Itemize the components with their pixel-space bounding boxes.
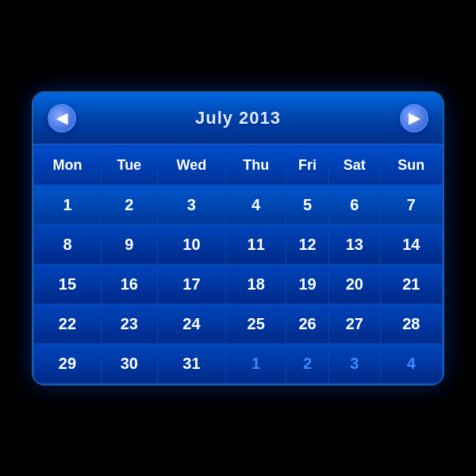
calendar-body: 1234567891011121314151617181920212223242… xyxy=(34,185,443,383)
calendar-day[interactable]: 20 xyxy=(328,264,380,304)
calendar-day[interactable]: 1 xyxy=(226,344,286,383)
calendar-day[interactable]: 6 xyxy=(328,185,380,225)
prev-month-button[interactable]: ◀ xyxy=(48,104,76,132)
calendar-weekdays: MonTueWedThuFriSatSun xyxy=(34,145,443,185)
calendar-day[interactable]: 9 xyxy=(101,225,157,264)
calendar-day[interactable]: 4 xyxy=(380,344,442,383)
calendar-day[interactable]: 11 xyxy=(226,225,286,264)
calendar-day[interactable]: 26 xyxy=(286,304,329,344)
calendar-grid: MonTueWedThuFriSatSun 123456789101112131… xyxy=(33,145,443,384)
month-title: July 2013 xyxy=(195,108,281,129)
calendar-day[interactable]: 22 xyxy=(34,304,102,344)
weekday-header: Wed xyxy=(157,145,225,185)
calendar-day[interactable]: 2 xyxy=(286,344,329,383)
calendar-day[interactable]: 14 xyxy=(380,225,442,264)
calendar-day[interactable]: 13 xyxy=(328,225,380,264)
calendar-day[interactable]: 3 xyxy=(328,344,380,383)
calendar-day[interactable]: 3 xyxy=(157,185,225,225)
calendar-week-row: 15161718192021 xyxy=(34,264,443,304)
weekday-header: Tue xyxy=(101,145,157,185)
calendar-day[interactable]: 25 xyxy=(226,304,286,344)
calendar-day[interactable]: 8 xyxy=(34,225,102,264)
calendar-header: ◀ July 2013 ▶ xyxy=(33,93,443,145)
calendar-day[interactable]: 2 xyxy=(101,185,157,225)
calendar-day[interactable]: 27 xyxy=(328,304,380,344)
calendar-widget: ◀ July 2013 ▶ MonTueWedThuFriSatSun 1234… xyxy=(32,91,444,386)
calendar-day[interactable]: 7 xyxy=(380,185,442,225)
calendar-day[interactable]: 21 xyxy=(380,264,442,304)
calendar-day[interactable]: 18 xyxy=(226,264,286,304)
weekday-header: Fri xyxy=(286,145,329,185)
calendar-day[interactable]: 24 xyxy=(157,304,225,344)
calendar-day[interactable]: 1 xyxy=(34,185,102,225)
calendar-day[interactable]: 15 xyxy=(34,264,102,304)
calendar-day[interactable]: 31 xyxy=(157,344,225,383)
calendar-day[interactable]: 17 xyxy=(157,264,225,304)
calendar-week-row: 22232425262728 xyxy=(34,304,443,344)
calendar-day[interactable]: 16 xyxy=(101,264,157,304)
weekday-row: MonTueWedThuFriSatSun xyxy=(34,145,443,185)
calendar-day[interactable]: 4 xyxy=(226,185,286,225)
calendar-day[interactable]: 29 xyxy=(34,344,102,383)
weekday-header: Mon xyxy=(34,145,102,185)
weekday-header: Sun xyxy=(380,145,442,185)
next-month-button[interactable]: ▶ xyxy=(400,104,428,132)
calendar-week-row: 1234567 xyxy=(34,185,443,225)
calendar-week-row: 891011121314 xyxy=(34,225,443,264)
calendar-day[interactable]: 30 xyxy=(101,344,157,383)
calendar-day[interactable]: 23 xyxy=(101,304,157,344)
calendar-day[interactable]: 12 xyxy=(286,225,329,264)
weekday-header: Thu xyxy=(226,145,286,185)
calendar-day[interactable]: 19 xyxy=(286,264,329,304)
calendar-day[interactable]: 10 xyxy=(157,225,225,264)
calendar-day[interactable]: 28 xyxy=(380,304,442,344)
weekday-header: Sat xyxy=(328,145,380,185)
calendar-day[interactable]: 5 xyxy=(286,185,329,225)
calendar-week-row: 2930311234 xyxy=(34,344,443,383)
